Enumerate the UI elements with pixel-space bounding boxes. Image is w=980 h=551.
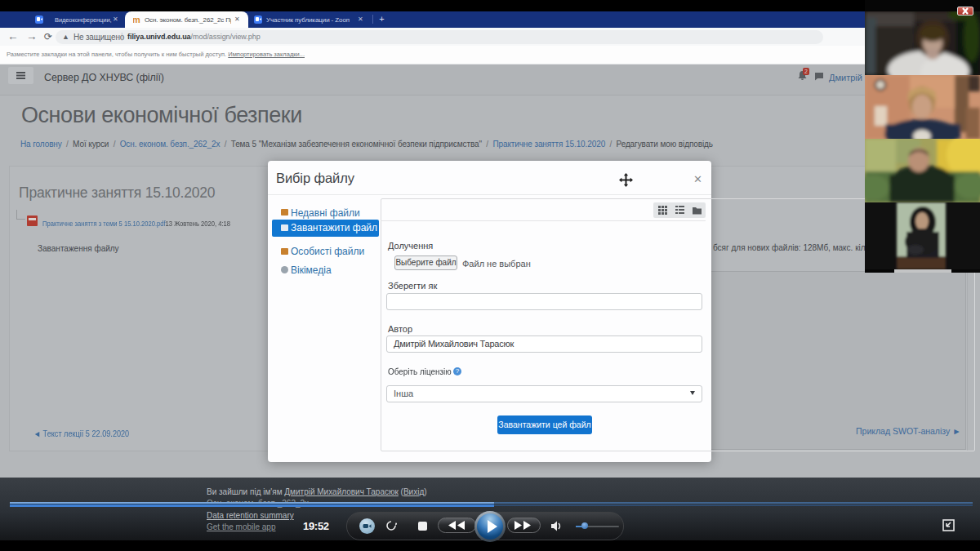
svg-text:m: m: [133, 16, 140, 24]
